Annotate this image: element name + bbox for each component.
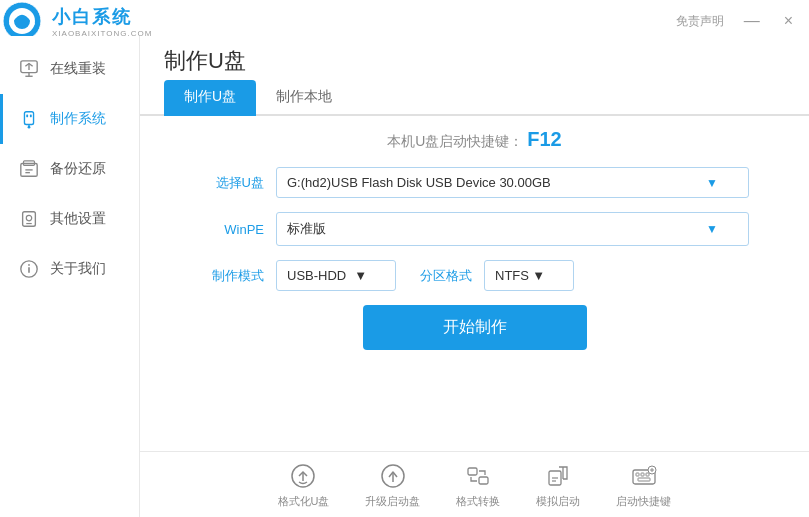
page-header: 制作U盘 [140,36,809,76]
page-title: 制作U盘 [164,46,246,76]
svg-point-11 [28,126,31,129]
content-area: 制作U盘 制作U盘 制作本地 本机U盘启动快捷键： F12 选择U盘 G:(hd… [140,36,809,517]
bottom-toolbar: 格式化U盘 升级启动盘 [140,451,809,517]
sidebar-label-other-settings: 其他设置 [50,210,106,228]
toolbar-item-format-usb[interactable]: 格式化U盘 [278,462,330,509]
toolbar-label-upgrade-boot: 升级启动盘 [365,494,420,509]
title-bar: 小白系统 XIAOBAIXITONG.COM 免责声明 — × [0,0,809,36]
make-mode-label: 制作模式 [200,267,264,285]
simulate-boot-icon [544,462,572,490]
winpe-label: WinPE [200,222,264,237]
svg-rect-7 [24,112,33,125]
svg-rect-9 [30,114,32,117]
info-icon [18,258,40,280]
sidebar-item-online-reinstall[interactable]: 在线重装 [0,44,139,94]
usb-selected-value: G:(hd2)USB Flash Disk USB Device 30.00GB [287,175,551,190]
toolbar-label-boot-shortcut: 启动快捷键 [616,494,671,509]
usb-select-row: 选择U盘 G:(hd2)USB Flash Disk USB Device 30… [200,167,749,198]
part-format-label: 分区格式 [420,267,472,285]
backup-icon [18,158,40,180]
svg-rect-8 [26,114,28,117]
main-layout: 在线重装 制作系统 [0,36,809,517]
svg-rect-26 [468,468,477,475]
hotkey-hint: 本机U盘启动快捷键： F12 [200,128,749,151]
title-bar-right: 免责声明 — × [676,13,797,30]
start-make-button[interactable]: 开始制作 [363,305,587,350]
make-mode-dropdown[interactable]: USB-HDD ▼ [276,260,396,291]
sidebar-item-other-settings[interactable]: 其他设置 [0,194,139,244]
tab-bar: 制作U盘 制作本地 [140,80,809,116]
boot-shortcut-icon [630,462,658,490]
make-mode-arrow: ▼ [354,268,367,283]
hotkey-key: F12 [527,128,561,150]
tab-make-local[interactable]: 制作本地 [256,80,352,116]
format-convert-icon [464,462,492,490]
close-button[interactable]: × [780,13,797,29]
monitor-icon [18,58,40,80]
toolbar-item-format-convert[interactable]: 格式转换 [456,462,500,509]
form-area: 本机U盘启动快捷键： F12 选择U盘 G:(hd2)USB Flash Dis… [140,116,809,451]
svg-rect-33 [636,473,639,476]
toolbar-item-boot-shortcut[interactable]: 启动快捷键 [616,462,671,509]
upgrade-boot-icon [379,462,407,490]
svg-rect-34 [641,473,644,476]
winpe-row: WinPE 标准版 ▼ [200,212,749,246]
svg-point-21 [28,264,30,266]
minimize-button[interactable]: — [740,13,764,29]
winpe-selected-value: 标准版 [287,220,326,238]
toolbar-item-upgrade-boot[interactable]: 升级启动盘 [365,462,420,509]
toolbar-label-simulate-boot: 模拟启动 [536,494,580,509]
brand-text: 小白系统 XIAOBAIXITONG.COM [52,5,152,38]
tab-make-usb[interactable]: 制作U盘 [164,80,256,116]
svg-rect-35 [646,473,649,476]
brand-name: 小白系统 [52,5,152,29]
usb-dropdown-arrow: ▼ [706,176,718,190]
usb-label: 选择U盘 [200,174,264,192]
svg-rect-27 [479,477,488,484]
svg-point-17 [26,215,31,220]
toolbar-label-format-usb: 格式化U盘 [278,494,330,509]
svg-rect-36 [638,478,650,481]
mode-format-row: 制作模式 USB-HDD ▼ 分区格式 NTFS ▼ [200,260,749,291]
settings-icon [18,208,40,230]
winpe-dropdown-arrow: ▼ [706,222,718,236]
usb-dropdown[interactable]: G:(hd2)USB Flash Disk USB Device 30.00GB… [276,167,749,198]
sidebar-label-make-system: 制作系统 [50,110,106,128]
part-format-value: NTFS [495,268,529,283]
winpe-select-control: 标准版 ▼ [276,212,749,246]
disclaimer-link[interactable]: 免责声明 [676,13,724,30]
part-format-arrow: ▼ [532,268,545,283]
sidebar-item-backup-restore[interactable]: 备份还原 [0,144,139,194]
start-btn-row: 开始制作 [200,305,749,350]
winpe-dropdown[interactable]: 标准版 ▼ [276,212,749,246]
toolbar-label-format-convert: 格式转换 [456,494,500,509]
sidebar: 在线重装 制作系统 [0,36,140,517]
sidebar-item-about-us[interactable]: 关于我们 [0,244,139,294]
sidebar-label-online-reinstall: 在线重装 [50,60,106,78]
usb-select-control: G:(hd2)USB Flash Disk USB Device 30.00GB… [276,167,749,198]
toolbar-item-simulate-boot[interactable]: 模拟启动 [536,462,580,509]
sidebar-label-backup-restore: 备份还原 [50,160,106,178]
sidebar-label-about-us: 关于我们 [50,260,106,278]
format-usb-icon [289,462,317,490]
usb-icon [18,108,40,130]
sidebar-item-make-system[interactable]: 制作系统 [0,94,139,144]
make-mode-value: USB-HDD [287,268,346,283]
part-format-dropdown[interactable]: NTFS ▼ [484,260,574,291]
